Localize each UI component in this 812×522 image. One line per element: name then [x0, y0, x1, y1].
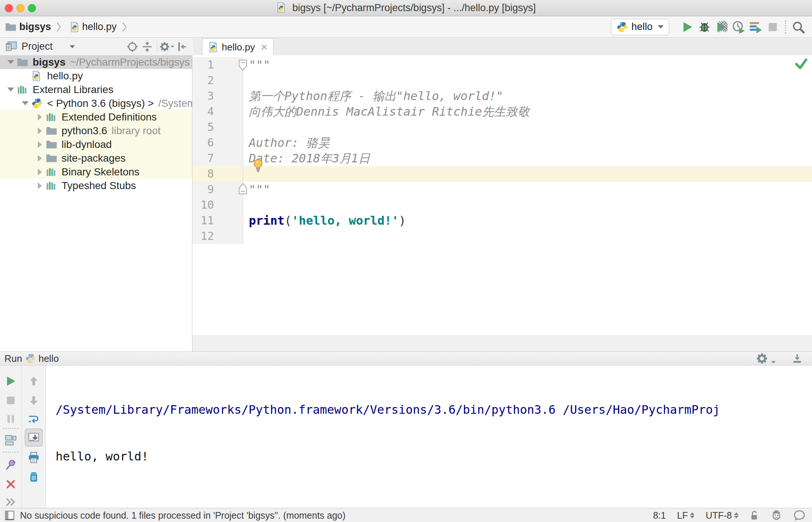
tree-item-python36[interactable]: python3.6 library root [0, 124, 192, 138]
breadcrumb-file[interactable]: hello.py [82, 21, 117, 33]
python-file-icon [276, 2, 286, 13]
run-toolwindow-title[interactable]: Run [4, 353, 22, 364]
tab-hello-py[interactable]: hello.py × [202, 38, 274, 56]
tree-item-bigsys[interactable]: bigsys ~/PycharmProjects/bigsys [0, 55, 192, 69]
editor-line: 3 第一个Python程序 - 输出"hello, world!" [192, 88, 812, 104]
status-message: No suspicious code found. 1 files proces… [20, 510, 346, 521]
lock-icon[interactable] [750, 510, 759, 521]
toolbar-separator [3, 452, 19, 453]
window-title: bigsys [~/PycharmProjects/bigsys] - .../… [293, 2, 536, 13]
tree-item-lib-dynload[interactable]: lib-dynload [0, 138, 192, 151]
chevron-down-icon[interactable] [70, 45, 75, 48]
chevron-right-icon[interactable] [33, 141, 46, 148]
hide-panel-button[interactable] [174, 39, 189, 54]
code-editor[interactable]: 1 """ 2 3 第一个Python程序 - 输出"hello, world!… [192, 55, 812, 336]
tree-item-external-libraries[interactable]: External Libraries [0, 83, 192, 96]
clear-all-button[interactable] [26, 469, 41, 484]
chevron-down-icon[interactable] [4, 87, 17, 92]
run-config-name[interactable]: hello [39, 353, 59, 364]
chevron-down-icon[interactable] [4, 60, 17, 64]
tree-item-hello-py[interactable]: hello.py [0, 69, 192, 83]
updown-icon [690, 512, 694, 518]
editor-scrollbar-track[interactable] [192, 336, 812, 352]
tree-item-python-sdk[interactable]: < Python 3.6 (bigsys) > /System [0, 96, 192, 110]
line-number-gutter[interactable]: 1 [192, 57, 243, 73]
inspection-ok-icon[interactable] [795, 58, 808, 69]
settings-gear-icon[interactable] [756, 353, 776, 364]
chevron-right-icon [122, 22, 127, 32]
close-tab-icon[interactable]: × [261, 42, 268, 53]
run-toolwindow-header: Run hello [0, 351, 812, 366]
encoding-widget[interactable]: UTF-8 [706, 510, 739, 521]
intention-bulb-icon[interactable] [252, 158, 264, 173]
debug-button[interactable] [696, 19, 713, 35]
run-with-coverage-button[interactable] [713, 19, 730, 35]
scroll-to-end-button[interactable] [25, 429, 43, 446]
title-bar: bigsys [~/PycharmProjects/bigsys] - .../… [0, 0, 812, 16]
breadcrumb-project[interactable]: bigsys [19, 21, 51, 33]
console-output[interactable]: /System/Library/Frameworks/Python.framew… [46, 366, 812, 513]
editor-line: 1 """ [192, 57, 812, 73]
run-button[interactable] [679, 19, 696, 35]
library-icon [46, 181, 58, 191]
soft-wrap-button[interactable] [26, 412, 41, 426]
project-toolwindow-header: Project [0, 38, 192, 56]
collapse-all-button[interactable] [140, 39, 155, 54]
console-toolbar [22, 366, 46, 508]
close-button[interactable] [3, 477, 18, 492]
event-log-icon[interactable] [793, 510, 805, 521]
project-toolwindow-title[interactable]: Project [22, 41, 53, 52]
python-logo-icon [617, 22, 628, 33]
folder-icon [46, 126, 58, 136]
tree-item-typeshed-stubs[interactable]: Typeshed Stubs [0, 179, 192, 192]
toolwindow-toggle-icon[interactable] [4, 510, 15, 521]
chevron-right-icon[interactable] [33, 169, 46, 175]
library-icon [17, 85, 29, 95]
library-icon [46, 112, 58, 122]
status-bar: No suspicious code found. 1 files proces… [0, 508, 812, 522]
down-stack-trace-button[interactable] [26, 393, 41, 408]
editor-line-print: 11 print('hello, world!') [192, 213, 812, 228]
breadcrumb: bigsys hello.py [0, 21, 130, 33]
line-separator-widget[interactable]: LF [677, 510, 694, 521]
python-file-icon [70, 22, 79, 33]
locate-file-button[interactable] [125, 39, 140, 54]
editor-line-caret: 8 [192, 166, 812, 182]
tree-item-binary-skeletons[interactable]: Binary Skeletons [0, 165, 192, 179]
up-stack-trace-button[interactable] [26, 374, 41, 389]
chevron-right-icon [56, 22, 62, 32]
chevron-right-icon[interactable] [33, 128, 46, 134]
chevron-right-icon[interactable] [33, 114, 46, 120]
chevron-right-icon[interactable] [33, 182, 46, 189]
chevron-right-icon[interactable] [33, 155, 46, 162]
more-options-button[interactable] [3, 495, 18, 509]
tree-item-site-packages[interactable]: site-packages [0, 151, 192, 165]
fold-region-start-icon[interactable] [238, 59, 248, 72]
fold-region-end-icon[interactable] [238, 182, 248, 195]
search-everywhere-button[interactable] [790, 19, 807, 35]
docstring-text: """ [249, 58, 270, 72]
toolbar-separator [3, 428, 19, 429]
restore-layout-button[interactable] [3, 433, 18, 448]
pause-output-button[interactable] [3, 412, 18, 426]
caret-position-widget[interactable]: 8:1 [653, 510, 666, 521]
editor-tab-bar: hello.py × [192, 38, 812, 56]
print-button[interactable] [26, 450, 41, 465]
stop-button[interactable] [3, 393, 18, 408]
keyword-print: print [249, 214, 284, 228]
concurrency-diagram-button[interactable] [747, 19, 764, 35]
window-title-wrap: bigsys [~/PycharmProjects/bigsys] - .../… [0, 2, 812, 14]
run-configuration-select[interactable]: hello [611, 19, 669, 35]
highlighting-level-icon[interactable] [770, 510, 782, 521]
settings-gear-icon[interactable] [159, 39, 174, 54]
hide-panel-button[interactable] [791, 353, 803, 364]
pin-tab-button[interactable] [3, 457, 18, 472]
profile-button[interactable] [730, 19, 747, 35]
stop-button[interactable] [764, 19, 781, 35]
editor-line: 5 [192, 119, 812, 135]
chevron-down-icon[interactable] [19, 101, 32, 105]
editor-line: 2 [192, 73, 812, 88]
toolbar-separator [785, 20, 786, 34]
rerun-button[interactable] [3, 374, 18, 389]
tree-item-extended-definitions[interactable]: Extended Definitions [0, 110, 192, 124]
